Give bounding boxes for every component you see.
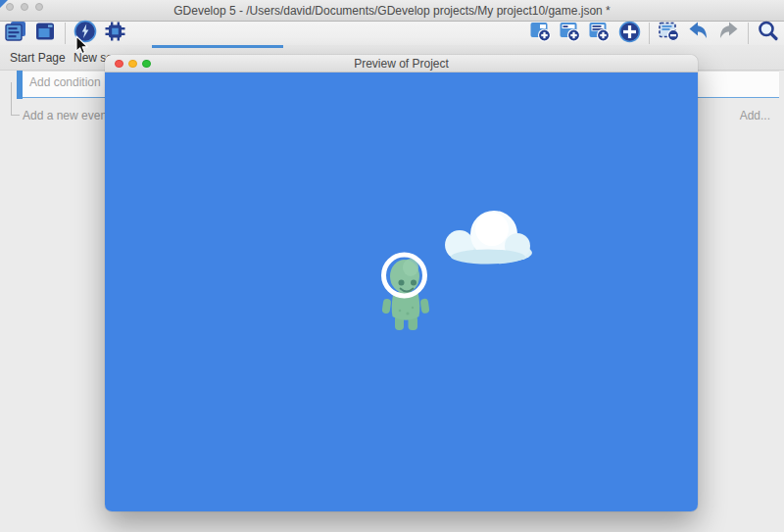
main-titlebar: GDevelop 5 - /Users/david/Documents/GDev… bbox=[0, 0, 784, 22]
undo-icon bbox=[687, 20, 710, 47]
delete-event-icon bbox=[658, 20, 681, 47]
toolbar-separator bbox=[748, 23, 749, 44]
event-selection-bar bbox=[17, 71, 23, 99]
add-subevent-button[interactable] bbox=[558, 22, 583, 45]
mouse-cursor bbox=[75, 35, 90, 60]
alien-player-sprite bbox=[381, 255, 429, 330]
add-comment-button[interactable] bbox=[587, 22, 612, 45]
preview-window-title: Preview of Project bbox=[105, 57, 698, 71]
project-manager-icon bbox=[5, 21, 27, 46]
game-canvas[interactable] bbox=[105, 73, 698, 511]
window-title: GDevelop 5 - /Users/david/Documents/GDev… bbox=[0, 4, 784, 18]
add-comment-icon bbox=[588, 20, 612, 47]
debug-button[interactable] bbox=[102, 22, 127, 45]
tab-start-page[interactable]: Start Page bbox=[10, 51, 66, 65]
add-new-event-link[interactable]: Add a new event bbox=[23, 109, 110, 122]
active-tab-indicator bbox=[152, 45, 283, 48]
preview-titlebar[interactable]: Preview of Project bbox=[105, 55, 698, 73]
delete-event-button[interactable] bbox=[657, 22, 682, 45]
search-button[interactable] bbox=[756, 22, 781, 45]
project-manager-button[interactable] bbox=[3, 22, 28, 45]
undo-button[interactable] bbox=[686, 22, 711, 45]
add-event-icon bbox=[529, 20, 553, 47]
scene-editor-icon bbox=[34, 21, 56, 46]
toolbar-separator bbox=[65, 23, 66, 44]
add-action-link[interactable]: Add... bbox=[740, 109, 770, 122]
events-toolbar bbox=[0, 22, 784, 45]
preview-window[interactable]: Preview of Project bbox=[105, 55, 698, 511]
redo-button[interactable] bbox=[715, 22, 741, 45]
search-icon bbox=[757, 20, 780, 47]
cloud-sprite bbox=[445, 211, 532, 265]
game-scene bbox=[105, 73, 698, 511]
toolbar-separator bbox=[649, 23, 650, 44]
scene-editor-button[interactable] bbox=[32, 22, 58, 45]
add-circle-icon bbox=[618, 21, 641, 47]
event-tree-line bbox=[11, 82, 12, 116]
redo-icon bbox=[716, 20, 740, 47]
add-condition-link[interactable]: Add condition bbox=[29, 75, 101, 89]
debug-icon bbox=[104, 21, 126, 46]
event-tree-line bbox=[11, 115, 20, 116]
add-circle-button[interactable] bbox=[616, 22, 642, 45]
add-event-button[interactable] bbox=[528, 22, 554, 45]
add-subevent-icon bbox=[559, 20, 582, 47]
